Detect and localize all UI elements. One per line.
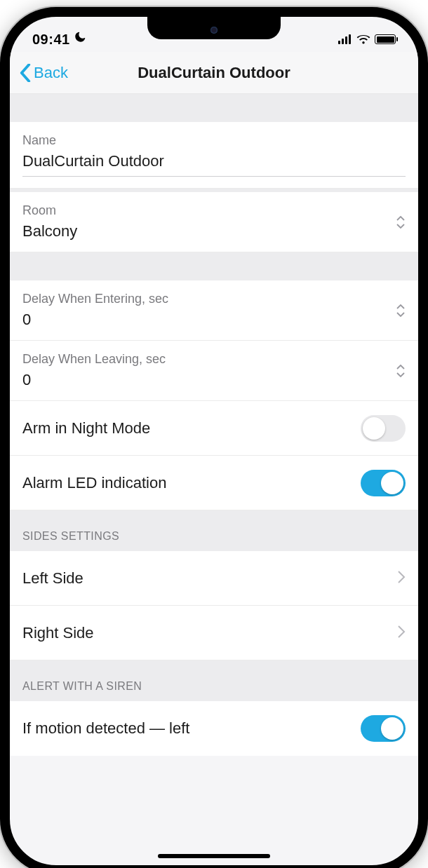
name-label: Name (22, 133, 406, 148)
delay-entering-row[interactable]: Delay When Entering, sec 0 (10, 280, 418, 341)
chevron-right-icon (397, 625, 406, 642)
battery-icon (375, 34, 396, 44)
chevron-right-icon (397, 570, 406, 587)
delay-leaving-value: 0 (22, 371, 406, 389)
room-label: Room (22, 203, 406, 218)
svg-rect-3 (349, 34, 351, 44)
nav-bar: Back DualCurtain Outdoor (10, 52, 418, 94)
do-not-disturb-icon (74, 32, 87, 48)
night-mode-toggle[interactable] (361, 415, 406, 442)
motion-left-toggle[interactable] (361, 715, 406, 742)
motion-left-label: If motion detected — left (22, 719, 189, 738)
back-label: Back (34, 64, 68, 82)
svg-rect-0 (338, 41, 340, 44)
status-time: 09:41 (32, 32, 70, 48)
left-side-row[interactable]: Left Side (10, 551, 418, 606)
led-indication-label: Alarm LED indication (22, 474, 166, 492)
night-mode-row: Arm in Night Mode (10, 401, 418, 456)
room-row[interactable]: Room Balcony (10, 192, 418, 252)
stepper-icon (396, 216, 406, 229)
svg-rect-2 (345, 36, 347, 44)
name-row[interactable]: Name DualCurtain Outdoor (10, 122, 418, 189)
back-button[interactable]: Back (20, 64, 68, 82)
right-side-row[interactable]: Right Side (10, 606, 418, 660)
motion-left-row: If motion detected — left (10, 701, 418, 756)
night-mode-label: Arm in Night Mode (22, 419, 150, 438)
svg-rect-1 (342, 39, 344, 44)
led-indication-toggle[interactable] (361, 470, 406, 496)
sides-settings-header: SIDES SETTINGS (10, 510, 418, 551)
stepper-icon (396, 304, 406, 317)
home-indicator[interactable] (158, 854, 270, 858)
cellular-icon (338, 32, 352, 48)
stepper-icon (396, 365, 406, 377)
delay-entering-label: Delay When Entering, sec (22, 292, 406, 306)
room-value: Balcony (22, 222, 406, 240)
delay-entering-value: 0 (22, 311, 406, 329)
left-side-label: Left Side (22, 569, 83, 588)
led-indication-row: Alarm LED indication (10, 456, 418, 510)
delay-leaving-row[interactable]: Delay When Leaving, sec 0 (10, 341, 418, 401)
name-value: DualCurtain Outdoor (22, 152, 406, 177)
status-indicators (338, 32, 396, 48)
right-side-label: Right Side (22, 624, 94, 642)
wifi-icon (356, 32, 370, 48)
delay-leaving-label: Delay When Leaving, sec (22, 352, 406, 367)
page-title: DualCurtain Outdoor (10, 64, 418, 82)
alert-siren-header: ALERT WITH A SIREN (10, 660, 418, 701)
